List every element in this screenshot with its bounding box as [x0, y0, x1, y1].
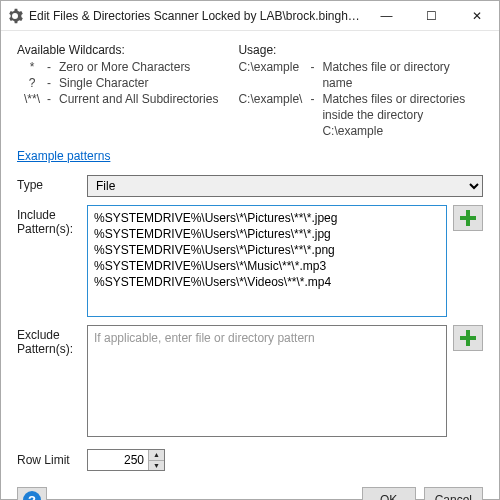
usage-row: C:\example - Matches file or directory n… — [238, 59, 482, 91]
type-row: Type File — [17, 175, 483, 197]
exclude-label: Exclude Pattern(s): — [17, 325, 77, 356]
titlebar: Edit Files & Directories Scanner Locked … — [1, 1, 499, 31]
type-label: Type — [17, 175, 77, 192]
exclude-patterns-input[interactable] — [87, 325, 447, 437]
usage-row: C:\example\ - Matches files or directori… — [238, 91, 482, 139]
wildcard-row: * - Zero or More Characters — [17, 59, 218, 75]
usage-heading: Usage: — [238, 43, 482, 57]
close-button[interactable]: ✕ — [454, 1, 499, 31]
rowlimit-down[interactable]: ▼ — [149, 460, 164, 471]
include-label: Include Pattern(s): — [17, 205, 77, 236]
wildcards-heading: Available Wildcards: — [17, 43, 218, 57]
rowlimit-input[interactable] — [88, 450, 148, 470]
help-button[interactable]: ? — [17, 487, 47, 500]
dialog-window: Edit Files & Directories Scanner Locked … — [0, 0, 500, 500]
minimize-button[interactable]: — — [364, 1, 409, 31]
add-include-button[interactable] — [453, 205, 483, 231]
dialog-content: Available Wildcards: * - Zero or More Ch… — [1, 31, 499, 500]
type-select[interactable]: File — [87, 175, 483, 197]
include-row: Include Pattern(s): — [17, 205, 483, 317]
usage-help: Usage: C:\example - Matches file or dire… — [238, 43, 482, 139]
wildcard-row: \**\ - Current and All Subdirectories — [17, 91, 218, 107]
gear-icon — [7, 8, 23, 24]
help-icon: ? — [23, 491, 41, 500]
rowlimit-label: Row Limit — [17, 453, 77, 467]
cancel-button[interactable]: Cancel — [424, 487, 483, 500]
wildcards-help: Available Wildcards: * - Zero or More Ch… — [17, 43, 218, 139]
example-patterns-link[interactable]: Example patterns — [17, 149, 483, 163]
plus-icon — [460, 330, 476, 346]
window-title: Edit Files & Directories Scanner Locked … — [29, 9, 364, 23]
rowlimit-up[interactable]: ▲ — [149, 450, 164, 460]
ok-button[interactable]: OK — [362, 487, 416, 500]
include-patterns-input[interactable] — [87, 205, 447, 317]
wildcard-row: ? - Single Character — [17, 75, 218, 91]
help-section: Available Wildcards: * - Zero or More Ch… — [17, 43, 483, 139]
dialog-footer: ? OK Cancel — [17, 479, 483, 500]
maximize-button[interactable]: ☐ — [409, 1, 454, 31]
rowlimit-spinner[interactable]: ▲ ▼ — [87, 449, 165, 471]
rowlimit-row: Row Limit ▲ ▼ — [17, 449, 483, 471]
add-exclude-button[interactable] — [453, 325, 483, 351]
exclude-row: Exclude Pattern(s): — [17, 325, 483, 437]
plus-icon — [460, 210, 476, 226]
